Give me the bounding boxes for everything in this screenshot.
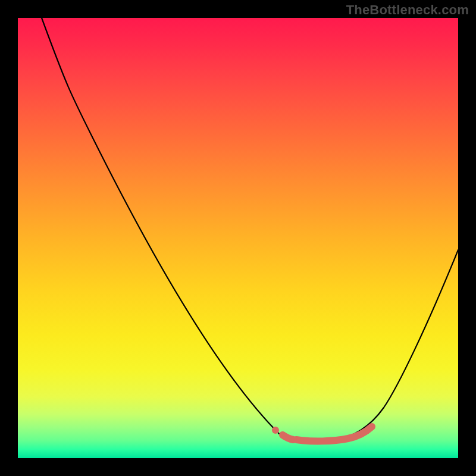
watermark-text: TheBottleneck.com: [346, 2, 469, 18]
gradient-plot-area: [18, 18, 458, 458]
bottleneck-curve: [42, 18, 458, 441]
optimal-range-marker-dot-1: [272, 427, 279, 434]
optimal-range-marker-left: [283, 435, 293, 440]
chart-frame: TheBottleneck.com: [0, 0, 476, 476]
optimal-range-marker-right: [296, 427, 372, 441]
chart-svg: [18, 18, 458, 458]
